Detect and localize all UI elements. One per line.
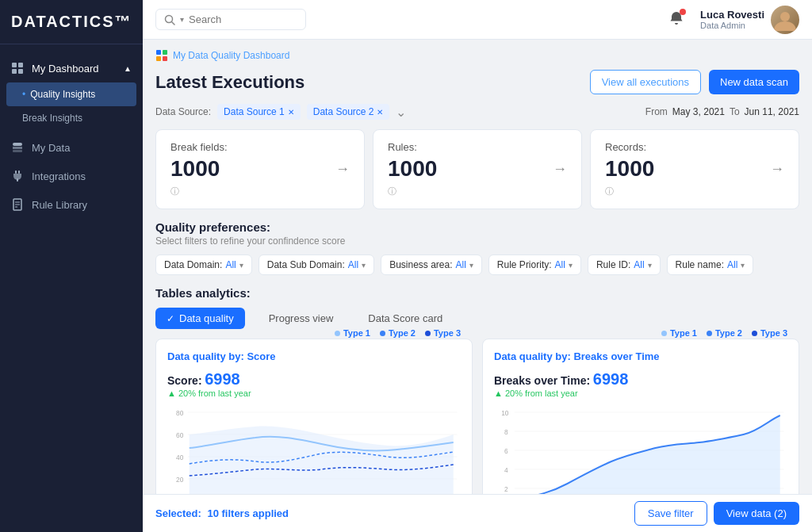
legend-type3: Type 3 xyxy=(425,328,461,338)
footer-filters-applied[interactable]: 10 filters applied xyxy=(207,507,289,519)
header-actions: View all executions New data scan xyxy=(590,70,799,94)
stat-info-0: ⓘ xyxy=(170,186,179,197)
sidebar-item-my-dashboard[interactable]: My Dashboard ▲ xyxy=(0,54,143,82)
sidebar-item-quality-insights[interactable]: Quality Insights xyxy=(6,82,136,106)
legend-type2: Type 2 xyxy=(380,328,416,338)
sidebar-item-break-insights[interactable]: Break Insights xyxy=(0,106,143,130)
breaks-score-label: Breaks over Time: xyxy=(494,374,590,387)
sidebar-item-rule-library[interactable]: Rule Library xyxy=(0,190,143,219)
svg-rect-20 xyxy=(163,56,167,61)
search-dropdown-arrow[interactable]: ▾ xyxy=(180,15,184,24)
svg-rect-9 xyxy=(17,178,18,182)
pref-business-area-value: All xyxy=(456,259,466,270)
filter-tag-1-close[interactable]: ✕ xyxy=(288,108,294,117)
pref-business-area-label: Business area: xyxy=(389,259,452,270)
pref-business-area-chevron: ▾ xyxy=(469,261,473,270)
svg-rect-5 xyxy=(13,147,22,149)
stat-card-break-fields: Break fields: 1000 ⓘ → xyxy=(155,129,365,209)
svg-text:60: 60 xyxy=(176,431,183,439)
date-to-label: To xyxy=(730,106,740,117)
nav-section-dashboard: My Dashboard ▲ Quality Insights Break In… xyxy=(0,51,143,133)
filter-label: Data Source: xyxy=(155,106,211,117)
breaks-up-icon: ▲ xyxy=(494,388,503,398)
sidebar-item-integrations[interactable]: Integrations xyxy=(0,162,143,190)
svg-rect-2 xyxy=(12,69,17,74)
pref-rule-priority[interactable]: Rule Priority: All ▾ xyxy=(488,255,581,275)
svg-rect-0 xyxy=(12,63,17,67)
footer-bar: Selected: 10 filters applied Save filter… xyxy=(143,494,812,532)
svg-text:2: 2 xyxy=(504,485,508,493)
tab-data-quality[interactable]: ✓ Data quality xyxy=(155,308,245,329)
filter-tag-1[interactable]: Data Source 1 ✕ xyxy=(217,104,301,120)
sidebar: DATACTICS™ My Dashboard ▲ Quality Insigh… xyxy=(0,0,143,532)
analytics-title: Tables analytics: xyxy=(155,286,799,300)
legend-dot-type1 xyxy=(335,331,340,336)
tab-data-score-card[interactable]: Data Score card xyxy=(357,308,454,329)
filter-tag-2[interactable]: Data Source 2 ✕ xyxy=(307,104,390,120)
search-icon xyxy=(164,14,175,25)
svg-rect-19 xyxy=(156,56,161,61)
svg-text:80: 80 xyxy=(176,409,183,417)
stat-card-records: Records: 1000 ⓘ → xyxy=(590,129,799,209)
score-label: Score: xyxy=(167,374,202,387)
pref-rule-id-value: All xyxy=(634,259,644,270)
book-icon xyxy=(11,198,24,211)
view-executions-button[interactable]: View all executions xyxy=(590,70,701,94)
stat-label-2: Records: xyxy=(605,141,654,153)
pref-data-domain-label: Data Domain: xyxy=(164,259,222,270)
view-data-button[interactable]: View data (2) xyxy=(714,502,799,525)
legend-type1: Type 1 xyxy=(335,328,370,338)
svg-text:10: 10 xyxy=(501,409,508,417)
pref-data-domain-chevron: ▾ xyxy=(239,261,243,270)
breaks-legend-type2-label: Type 2 xyxy=(715,328,742,338)
pref-rule-name-label: Rule name: xyxy=(676,259,724,270)
svg-point-16 xyxy=(780,12,790,21)
breaks-legend-type3-label: Type 3 xyxy=(760,328,787,338)
plug-icon xyxy=(11,170,24,182)
chart-score-card: Data quality by: Score Type 1 Type 2 xyxy=(155,339,473,494)
stat-arrow-2[interactable]: → xyxy=(770,161,784,178)
logo: DATACTICS™ xyxy=(0,0,143,44)
search-input[interactable] xyxy=(189,13,292,25)
pref-data-sub-domain[interactable]: Data Sub Domain: All ▾ xyxy=(259,255,374,275)
pref-business-area[interactable]: Business area: All ▾ xyxy=(381,255,482,275)
legend-dot-type3 xyxy=(425,331,431,336)
stat-arrow-0[interactable]: → xyxy=(335,161,350,178)
legend-type2-label: Type 2 xyxy=(389,328,416,338)
stat-info-1: ⓘ xyxy=(388,186,396,197)
tab-progress-view-label: Progress view xyxy=(269,312,334,324)
filter-add-button[interactable]: ⌄ xyxy=(396,105,406,120)
dashboard-icon xyxy=(155,49,168,62)
stat-label-0: Break fields: xyxy=(170,141,228,153)
search-box[interactable]: ▾ xyxy=(155,9,306,30)
date-from-value: May 3, 2021 xyxy=(672,106,725,117)
pref-data-sub-domain-label: Data Sub Domain: xyxy=(267,259,345,270)
date-from-label: From xyxy=(645,106,668,117)
svg-text:6: 6 xyxy=(504,447,508,455)
svg-rect-6 xyxy=(13,150,22,152)
sidebar-item-my-data[interactable]: My Data xyxy=(0,133,143,162)
notification-bell[interactable] xyxy=(668,10,684,29)
stat-arrow-1[interactable]: → xyxy=(553,161,567,178)
my-data-label: My Data xyxy=(32,142,70,154)
pref-rule-name-value: All xyxy=(727,259,737,270)
pref-rule-priority-chevron: ▾ xyxy=(569,261,573,270)
breaks-legend-type1: Type 1 xyxy=(661,328,697,338)
tab-progress-view[interactable]: Progress view xyxy=(258,308,345,329)
pref-filters: Data Domain: All ▾ Data Sub Domain: All … xyxy=(155,255,799,275)
svg-rect-4 xyxy=(13,143,22,146)
breaks-legend-type3: Type 3 xyxy=(752,328,787,338)
filter-tag-2-close[interactable]: ✕ xyxy=(377,108,383,117)
save-filter-button[interactable]: Save filter xyxy=(634,501,707,526)
filter-tag-2-label: Data Source 2 xyxy=(313,106,374,117)
stat-info-2: ⓘ xyxy=(605,186,614,197)
pref-rule-name[interactable]: Rule name: All ▾ xyxy=(667,255,754,275)
pref-data-domain[interactable]: Data Domain: All ▾ xyxy=(155,255,252,275)
svg-text:20: 20 xyxy=(176,476,183,484)
pref-rule-id[interactable]: Rule ID: All ▾ xyxy=(588,255,661,275)
legend-dot-type2 xyxy=(380,331,385,336)
new-data-scan-button[interactable]: New data scan xyxy=(709,70,799,94)
svg-text:40: 40 xyxy=(176,454,183,461)
sidebar-dashboard-label: My Dashboard xyxy=(32,63,99,75)
page-title: Latest Executions xyxy=(155,72,304,93)
